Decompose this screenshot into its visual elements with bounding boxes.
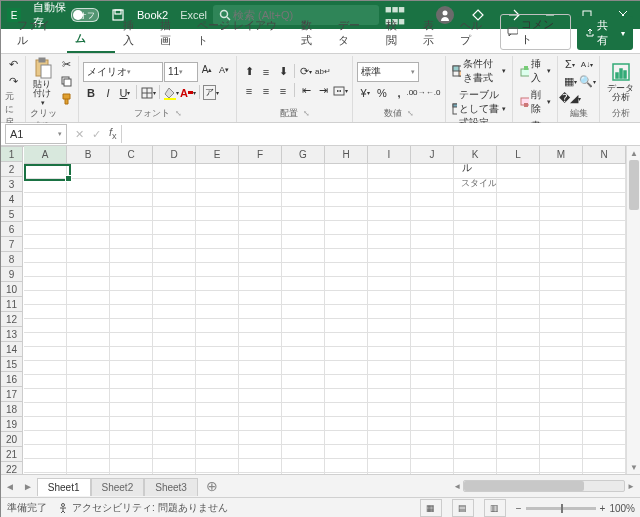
- cell[interactable]: [497, 458, 540, 473]
- cell[interactable]: [282, 458, 325, 473]
- cell[interactable]: [24, 290, 67, 305]
- cell[interactable]: [497, 220, 540, 235]
- cell[interactable]: [583, 444, 626, 459]
- cell[interactable]: [196, 220, 239, 235]
- cell[interactable]: [24, 416, 67, 431]
- cell[interactable]: [153, 290, 196, 305]
- cell[interactable]: [67, 192, 110, 207]
- sheet-tab[interactable]: Sheet3: [144, 478, 198, 496]
- cell[interactable]: [239, 360, 282, 375]
- column-header[interactable]: D: [153, 146, 196, 164]
- cell[interactable]: [282, 164, 325, 179]
- cond-format-button[interactable]: 条件付き書式▾: [450, 56, 508, 86]
- column-header[interactable]: L: [497, 146, 540, 164]
- cell[interactable]: [67, 444, 110, 459]
- cell[interactable]: [110, 360, 153, 375]
- cell[interactable]: [153, 220, 196, 235]
- row-header[interactable]: 12: [1, 312, 23, 327]
- cell[interactable]: [239, 388, 282, 403]
- cell[interactable]: [196, 346, 239, 361]
- cell[interactable]: [583, 346, 626, 361]
- cell[interactable]: [540, 360, 583, 375]
- cell[interactable]: [239, 262, 282, 277]
- tab-view[interactable]: 表示: [415, 14, 452, 53]
- cell[interactable]: [411, 248, 454, 263]
- cell[interactable]: [497, 290, 540, 305]
- font-name-select[interactable]: メイリオ▾: [83, 62, 163, 82]
- sheet-nav-next-icon[interactable]: ►: [19, 481, 37, 492]
- cell[interactable]: [239, 332, 282, 347]
- cell[interactable]: [282, 374, 325, 389]
- cell[interactable]: [368, 332, 411, 347]
- cell[interactable]: [153, 332, 196, 347]
- cell[interactable]: [239, 472, 282, 474]
- cell[interactable]: [583, 206, 626, 221]
- row-header[interactable]: 11: [1, 297, 23, 312]
- cell[interactable]: [67, 262, 110, 277]
- cell[interactable]: [368, 318, 411, 333]
- cell[interactable]: [454, 276, 497, 291]
- cell[interactable]: [325, 178, 368, 193]
- cell[interactable]: [454, 318, 497, 333]
- merge-icon[interactable]: ▾: [332, 83, 348, 99]
- cell[interactable]: [583, 276, 626, 291]
- cell[interactable]: [411, 164, 454, 179]
- cell[interactable]: [67, 178, 110, 193]
- cell[interactable]: [454, 374, 497, 389]
- cell[interactable]: [24, 388, 67, 403]
- cell[interactable]: [239, 290, 282, 305]
- cell[interactable]: [153, 430, 196, 445]
- cell[interactable]: [325, 402, 368, 417]
- cell[interactable]: [110, 262, 153, 277]
- tab-file[interactable]: ファイル: [9, 14, 67, 53]
- cell[interactable]: [497, 192, 540, 207]
- cell[interactable]: [110, 444, 153, 459]
- cell[interactable]: [368, 248, 411, 263]
- cell[interactable]: [583, 458, 626, 473]
- cell[interactable]: [67, 318, 110, 333]
- normal-view-icon[interactable]: ▦: [420, 499, 442, 517]
- cell[interactable]: [325, 444, 368, 459]
- row-header[interactable]: 21: [1, 447, 23, 462]
- comments-button[interactable]: コメント: [500, 14, 571, 50]
- cell[interactable]: [497, 360, 540, 375]
- zoom-in-icon[interactable]: +: [600, 503, 606, 514]
- cell[interactable]: [497, 318, 540, 333]
- cell[interactable]: [67, 304, 110, 319]
- cell[interactable]: [110, 178, 153, 193]
- cell[interactable]: [497, 304, 540, 319]
- cell[interactable]: [67, 346, 110, 361]
- cell[interactable]: [583, 374, 626, 389]
- bold-icon[interactable]: B: [83, 85, 99, 101]
- select-all-corner[interactable]: [1, 146, 24, 147]
- cell[interactable]: [153, 178, 196, 193]
- cell[interactable]: [454, 402, 497, 417]
- cell[interactable]: [325, 220, 368, 235]
- cell[interactable]: [239, 318, 282, 333]
- cell[interactable]: [497, 430, 540, 445]
- cell[interactable]: [239, 416, 282, 431]
- cell[interactable]: [497, 164, 540, 179]
- font-size-select[interactable]: 11▾: [164, 62, 198, 82]
- cell[interactable]: [153, 262, 196, 277]
- cell[interactable]: [24, 318, 67, 333]
- cell[interactable]: [325, 262, 368, 277]
- cell[interactable]: [239, 444, 282, 459]
- cell[interactable]: [67, 332, 110, 347]
- cell[interactable]: [239, 374, 282, 389]
- tab-insert[interactable]: 挿入: [115, 14, 152, 53]
- cell[interactable]: [540, 402, 583, 417]
- cell[interactable]: [540, 346, 583, 361]
- cell[interactable]: [497, 206, 540, 221]
- cell[interactable]: [325, 388, 368, 403]
- cell[interactable]: [282, 178, 325, 193]
- increase-font-icon[interactable]: A▴: [199, 62, 215, 78]
- dec-decimal-icon[interactable]: ←.0: [425, 85, 441, 101]
- cell[interactable]: [110, 276, 153, 291]
- cell[interactable]: [239, 220, 282, 235]
- cell[interactable]: [583, 248, 626, 263]
- cell[interactable]: [368, 262, 411, 277]
- cell[interactable]: [110, 234, 153, 249]
- cell[interactable]: [454, 346, 497, 361]
- cell[interactable]: [110, 206, 153, 221]
